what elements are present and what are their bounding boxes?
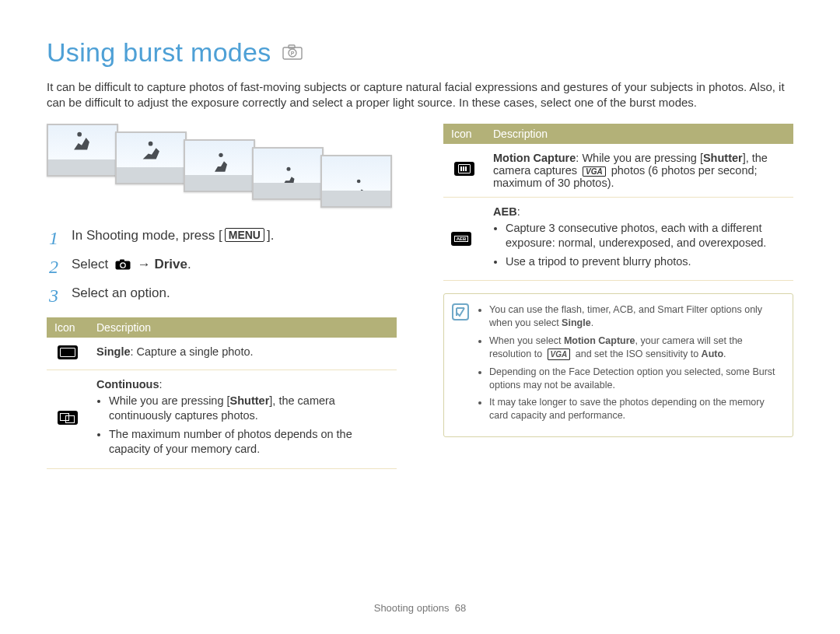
continuous-mode-icon <box>58 411 78 425</box>
thumbnail <box>320 155 392 208</box>
step-text: In Shooting mode, press [MENU]. <box>72 228 274 243</box>
svg-point-7 <box>287 166 291 170</box>
mode-table-right: Icon Description Motion Capture: While y… <box>443 124 793 282</box>
intro-paragraph: It can be difficult to capture photos of… <box>47 79 793 111</box>
svg-point-4 <box>77 131 82 136</box>
table-row: Continuous: While you are pressing [Shut… <box>47 370 397 468</box>
note-item: You can use the flash, timer, ACB, and S… <box>489 303 782 330</box>
svg-point-6 <box>219 152 222 156</box>
mode-table-left: Icon Description Single: Capture a singl… <box>47 317 397 469</box>
svg-rect-10 <box>120 260 124 262</box>
thumbnail <box>252 147 324 200</box>
col-header-icon: Icon <box>47 317 89 338</box>
note-box: You can use the flash, timer, ACB, and S… <box>443 293 793 437</box>
svg-text:P: P <box>290 51 294 56</box>
table-header: Icon Description <box>443 124 793 144</box>
footer-section: Shooting options <box>374 602 450 614</box>
burst-thumbnails <box>47 124 397 208</box>
step-2: 2 Select → Drive. <box>47 257 397 278</box>
page-title: Using burst modes <box>47 37 271 68</box>
aeb-description: AEB: Capture 3 consecutive photos, each … <box>485 197 793 281</box>
step-3: 3 Select an option. <box>47 285 397 306</box>
svg-point-8 <box>357 179 361 183</box>
svg-point-5 <box>149 141 153 145</box>
menu-button-icon: MENU <box>225 228 264 242</box>
camera-p-icon: P <box>282 44 303 63</box>
aeb-mode-icon: AEB <box>451 232 471 246</box>
note-item: Depending on the Face Detection option y… <box>489 366 782 392</box>
table-row: Motion Capture: While you are pressing [… <box>443 144 793 198</box>
step-text: Select an option. <box>72 285 170 301</box>
continuous-description: Continuous: While you are pressing [Shut… <box>89 370 397 468</box>
motion-capture-description: Motion Capture: While you are pressing [… <box>485 144 793 198</box>
step-number: 3 <box>47 285 61 306</box>
svg-rect-1 <box>289 45 295 48</box>
note-icon <box>452 303 469 321</box>
instruction-steps: 1 In Shooting mode, press [MENU]. 2 Sele… <box>47 228 397 306</box>
single-mode-icon <box>58 345 78 359</box>
thumbnail <box>115 131 187 184</box>
table-header: Icon Description <box>47 317 397 338</box>
step-number: 1 <box>47 228 61 249</box>
motion-capture-icon <box>454 162 474 176</box>
col-header-icon: Icon <box>443 124 485 144</box>
thumbnail <box>47 124 118 177</box>
note-item: It may take longer to save the photos de… <box>489 396 782 422</box>
single-description: Single: Capture a single photo. <box>89 338 397 370</box>
step-number: 2 <box>47 257 61 278</box>
camera-icon <box>115 259 131 270</box>
footer-page-number: 68 <box>455 602 466 614</box>
page-footer: Shooting options 68 <box>0 602 840 614</box>
table-row: AEB AEB: Capture 3 consecutive photos, e… <box>443 197 793 281</box>
vga-badge: VGA <box>583 166 606 177</box>
vga-badge: VGA <box>548 349 571 361</box>
thumbnail <box>184 139 255 192</box>
page-header: Using burst modes P <box>47 37 793 68</box>
note-item: When you select Motion Capture, your cam… <box>489 335 782 361</box>
col-header-description: Description <box>89 317 397 338</box>
svg-rect-9 <box>115 261 130 270</box>
step-1: 1 In Shooting mode, press [MENU]. <box>47 228 397 249</box>
table-row: Single: Capture a single photo. <box>47 338 397 370</box>
col-header-description: Description <box>485 124 793 144</box>
step-text: Select → Drive. <box>72 257 191 272</box>
